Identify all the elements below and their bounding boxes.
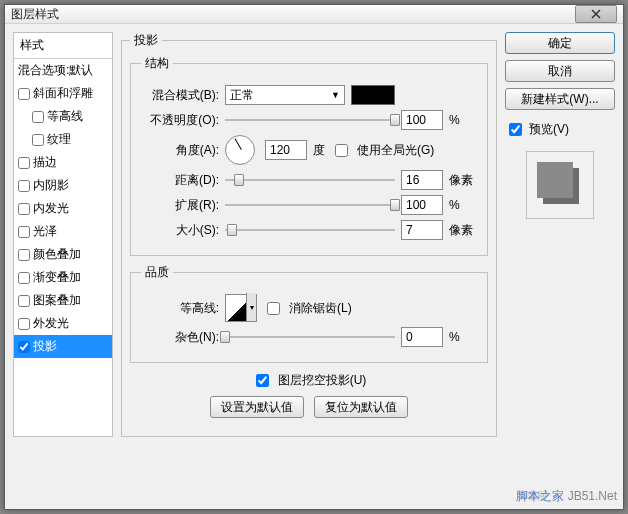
- new-style-button[interactable]: 新建样式(W)...: [505, 88, 615, 110]
- distance-slider[interactable]: [225, 171, 395, 189]
- knockout-checkbox[interactable]: [256, 374, 269, 387]
- sidebar-item[interactable]: 外发光: [14, 312, 112, 335]
- set-default-button[interactable]: 设置为默认值: [210, 396, 304, 418]
- effect-checkbox[interactable]: [18, 272, 30, 284]
- preview-label: 预览(V): [529, 121, 569, 138]
- effect-checkbox[interactable]: [18, 318, 30, 330]
- sidebar-item-label: 内阴影: [33, 177, 69, 194]
- distance-input[interactable]: 16: [401, 170, 443, 190]
- preview-checkbox[interactable]: [509, 123, 522, 136]
- spread-slider[interactable]: [225, 196, 395, 214]
- blend-options-row[interactable]: 混合选项:默认: [14, 59, 112, 82]
- sidebar-item-label: 纹理: [47, 131, 71, 148]
- opacity-slider[interactable]: [225, 111, 395, 129]
- styles-sidebar: 样式 混合选项:默认 斜面和浮雕等高线纹理描边内阴影内发光光泽颜色叠加渐变叠加图…: [13, 32, 113, 437]
- noise-unit: %: [449, 330, 477, 344]
- window-title: 图层样式: [11, 6, 575, 23]
- angle-input[interactable]: 120: [265, 140, 307, 160]
- blend-mode-select[interactable]: 正常 ▼: [225, 85, 345, 105]
- sidebar-item[interactable]: 描边: [14, 151, 112, 174]
- size-input[interactable]: 7: [401, 220, 443, 240]
- global-light-checkbox[interactable]: [335, 144, 348, 157]
- effect-checkbox[interactable]: [32, 111, 44, 123]
- opacity-input[interactable]: 100: [401, 110, 443, 130]
- effect-checkbox[interactable]: [18, 249, 30, 261]
- titlebar: 图层样式: [5, 5, 623, 24]
- sidebar-item-label: 外发光: [33, 315, 69, 332]
- spread-unit: %: [449, 198, 477, 212]
- right-column: 确定 取消 新建样式(W)... 预览(V): [505, 32, 615, 437]
- distance-unit: 像素: [449, 172, 477, 189]
- effect-checkbox[interactable]: [18, 341, 30, 353]
- effect-checkbox[interactable]: [18, 88, 30, 100]
- chevron-down-icon: ▼: [331, 90, 340, 100]
- spread-input[interactable]: 100: [401, 195, 443, 215]
- sidebar-item[interactable]: 纹理: [14, 128, 112, 151]
- sidebar-item[interactable]: 等高线: [14, 105, 112, 128]
- contour-label: 等高线:: [141, 300, 219, 317]
- distance-label: 距离(D):: [141, 172, 219, 189]
- sidebar-item[interactable]: 内阴影: [14, 174, 112, 197]
- effect-checkbox[interactable]: [18, 226, 30, 238]
- reset-default-button[interactable]: 复位为默认值: [314, 396, 408, 418]
- angle-unit: 度: [313, 142, 325, 159]
- effect-checkbox[interactable]: [32, 134, 44, 146]
- antialias-label: 消除锯齿(L): [289, 300, 352, 317]
- effect-checkbox[interactable]: [18, 203, 30, 215]
- sidebar-item-label: 斜面和浮雕: [33, 85, 93, 102]
- global-light-label: 使用全局光(G): [357, 142, 434, 159]
- effect-checkbox[interactable]: [18, 180, 30, 192]
- quality-group: 品质 等高线: ▾ 消除锯齿(L) 杂色(N): 0 %: [130, 264, 488, 363]
- size-unit: 像素: [449, 222, 477, 239]
- sidebar-item[interactable]: 渐变叠加: [14, 266, 112, 289]
- effect-checkbox[interactable]: [18, 157, 30, 169]
- antialias-checkbox[interactable]: [267, 302, 280, 315]
- dialog-body: 样式 混合选项:默认 斜面和浮雕等高线纹理描边内阴影内发光光泽颜色叠加渐变叠加图…: [5, 24, 623, 445]
- close-button[interactable]: [575, 5, 617, 23]
- sidebar-item[interactable]: 颜色叠加: [14, 243, 112, 266]
- effect-checkbox[interactable]: [18, 295, 30, 307]
- structure-legend: 结构: [141, 55, 173, 72]
- chevron-down-icon: ▾: [246, 293, 256, 321]
- sidebar-item-label: 渐变叠加: [33, 269, 81, 286]
- layer-style-dialog: 图层样式 样式 混合选项:默认 斜面和浮雕等高线纹理描边内阴影内发光光泽颜色叠加…: [4, 4, 624, 510]
- angle-dial[interactable]: [225, 135, 255, 165]
- structure-group: 结构 混合模式(B): 正常 ▼ 不透明度(O): 100 %: [130, 55, 488, 256]
- sidebar-item-label: 光泽: [33, 223, 57, 240]
- ok-button[interactable]: 确定: [505, 32, 615, 54]
- noise-label: 杂色(N):: [141, 329, 219, 346]
- sidebar-item[interactable]: 斜面和浮雕: [14, 82, 112, 105]
- sidebar-item[interactable]: 内发光: [14, 197, 112, 220]
- knockout-label: 图层挖空投影(U): [278, 372, 367, 389]
- opacity-unit: %: [449, 113, 477, 127]
- color-swatch[interactable]: [351, 85, 395, 105]
- sidebar-item-label: 描边: [33, 154, 57, 171]
- sidebar-item-label: 投影: [33, 338, 57, 355]
- noise-slider[interactable]: [225, 328, 395, 346]
- main-panel: 投影 结构 混合模式(B): 正常 ▼ 不透明度(O):: [121, 32, 497, 437]
- blend-options-label: 混合选项:默认: [18, 62, 93, 79]
- sidebar-item[interactable]: 投影: [14, 335, 112, 358]
- size-slider[interactable]: [225, 221, 395, 239]
- noise-input[interactable]: 0: [401, 327, 443, 347]
- contour-picker[interactable]: ▾: [225, 294, 257, 322]
- opacity-label: 不透明度(O):: [141, 112, 219, 129]
- preview-thumbnail: [526, 151, 594, 219]
- effect-group: 投影 结构 混合模式(B): 正常 ▼ 不透明度(O):: [121, 32, 497, 437]
- cancel-button[interactable]: 取消: [505, 60, 615, 82]
- close-icon: [591, 9, 601, 19]
- sidebar-item-label: 图案叠加: [33, 292, 81, 309]
- spread-label: 扩展(R):: [141, 197, 219, 214]
- sidebar-item[interactable]: 图案叠加: [14, 289, 112, 312]
- sidebar-item-label: 颜色叠加: [33, 246, 81, 263]
- blend-mode-label: 混合模式(B):: [141, 87, 219, 104]
- effect-title: 投影: [130, 32, 162, 49]
- sidebar-item-label: 内发光: [33, 200, 69, 217]
- angle-label: 角度(A):: [141, 142, 219, 159]
- size-label: 大小(S):: [141, 222, 219, 239]
- blend-mode-value: 正常: [230, 87, 254, 104]
- sidebar-header: 样式: [14, 33, 112, 59]
- sidebar-item[interactable]: 光泽: [14, 220, 112, 243]
- watermark-jb51: 脚本之家 JB51.Net: [516, 488, 617, 505]
- sidebar-item-label: 等高线: [47, 108, 83, 125]
